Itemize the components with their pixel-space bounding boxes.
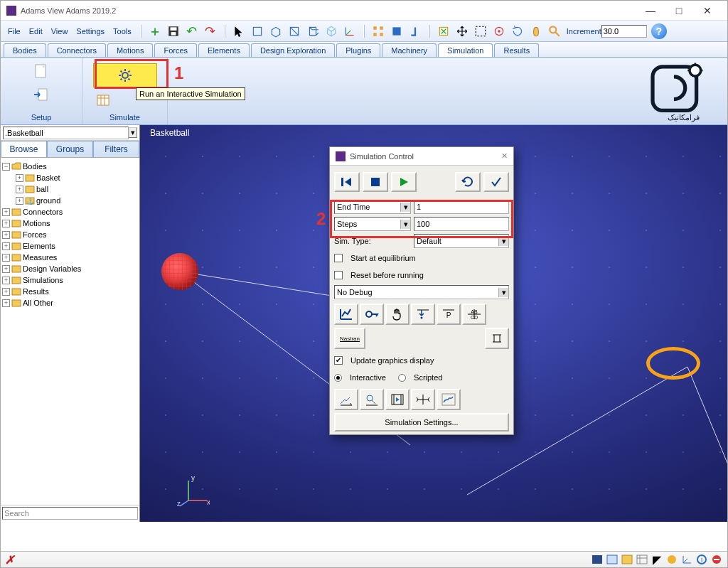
expand-icon[interactable]: + bbox=[2, 288, 10, 296]
close-button[interactable]: ✕ bbox=[693, 1, 722, 21]
view-iso-icon[interactable] bbox=[267, 23, 284, 40]
start-equilibrium-checkbox[interactable] bbox=[334, 254, 343, 262]
menu-file[interactable]: File bbox=[4, 26, 25, 37]
tree-simulations[interactable]: Simulations bbox=[23, 276, 63, 284]
table-icon[interactable] bbox=[97, 95, 109, 106]
tree-bodies[interactable]: Bodies bbox=[23, 162, 47, 171]
menu-settings[interactable]: Settings bbox=[72, 26, 109, 37]
run-simulation-button[interactable] bbox=[93, 63, 157, 87]
fit-icon[interactable] bbox=[435, 23, 452, 40]
tree-all-other[interactable]: All Other bbox=[23, 299, 53, 307]
tree-ball[interactable]: ball bbox=[36, 185, 48, 193]
axis-icon[interactable] bbox=[341, 23, 358, 40]
results-plot-icon[interactable] bbox=[437, 389, 461, 410]
model-selector[interactable] bbox=[3, 127, 129, 139]
tree-design-variables[interactable]: Design Variables bbox=[23, 264, 81, 273]
select-icon[interactable] bbox=[230, 23, 247, 40]
expand-icon[interactable]: + bbox=[2, 254, 10, 262]
rewind-button[interactable] bbox=[334, 172, 360, 192]
menu-view[interactable]: View bbox=[47, 26, 73, 37]
tab-forces[interactable]: Forces bbox=[154, 43, 197, 57]
rotate-icon[interactable] bbox=[509, 23, 526, 40]
center-icon[interactable] bbox=[491, 23, 508, 40]
refresh-button[interactable] bbox=[455, 172, 481, 192]
expand-icon[interactable]: + bbox=[2, 265, 10, 273]
sidebar-tab-browse[interactable]: Browse bbox=[1, 141, 47, 157]
steps-select[interactable]: Steps▾ bbox=[334, 217, 411, 231]
tree-forces[interactable]: Forces bbox=[23, 230, 47, 239]
tree-measures[interactable]: Measures bbox=[23, 253, 57, 262]
stop-button[interactable] bbox=[363, 172, 388, 192]
simulation-settings-button[interactable]: Simulation Settings... bbox=[334, 413, 509, 432]
expand-icon[interactable]: + bbox=[2, 208, 10, 216]
status-icon-3[interactable] bbox=[621, 553, 633, 566]
undo-icon[interactable]: ↶ bbox=[183, 23, 200, 40]
tab-bodies[interactable]: Bodies bbox=[4, 43, 46, 57]
view-back-icon[interactable] bbox=[286, 23, 303, 40]
page-icon[interactable] bbox=[33, 63, 50, 79]
model-tree[interactable]: −Bodies +Basket +ball +⚓ground +Connecto… bbox=[1, 158, 139, 505]
tree-elements[interactable]: Elements bbox=[23, 242, 55, 250]
expand-icon[interactable]: + bbox=[2, 231, 10, 239]
expand-icon[interactable]: − bbox=[2, 163, 10, 171]
view-front-icon[interactable] bbox=[249, 23, 266, 40]
update-graphics-checkbox[interactable]: ✔ bbox=[334, 356, 343, 365]
tab-machinery[interactable]: Machinery bbox=[382, 43, 437, 57]
status-icon-1[interactable] bbox=[591, 553, 604, 566]
tree-connectors[interactable]: Connectors bbox=[23, 208, 63, 216]
pan-icon[interactable] bbox=[528, 23, 545, 40]
redo-icon[interactable]: ↷ bbox=[202, 23, 219, 40]
tool-plot-icon[interactable] bbox=[334, 304, 358, 325]
end-time-input[interactable]: 1 bbox=[414, 200, 509, 214]
expand-icon[interactable]: + bbox=[2, 277, 10, 284]
help-icon[interactable]: ? bbox=[651, 23, 667, 39]
status-info-icon[interactable]: i bbox=[695, 553, 708, 566]
save-icon[interactable] bbox=[165, 23, 182, 40]
tab-motions[interactable]: Motions bbox=[107, 43, 154, 57]
move-icon[interactable] bbox=[454, 23, 471, 40]
tool-measure-icon[interactable] bbox=[485, 328, 509, 349]
expand-icon[interactable]: + bbox=[16, 174, 23, 182]
view-side-icon[interactable] bbox=[304, 23, 321, 40]
search-input[interactable] bbox=[2, 507, 138, 520]
status-axis-icon[interactable] bbox=[680, 553, 693, 566]
expand-icon[interactable]: + bbox=[16, 197, 23, 205]
menu-tools[interactable]: Tools bbox=[109, 26, 136, 37]
tab-simulation[interactable]: Simulation bbox=[438, 43, 493, 57]
maximize-button[interactable]: □ bbox=[665, 1, 693, 21]
interactive-radio[interactable] bbox=[334, 374, 342, 382]
zoom-window-icon[interactable] bbox=[472, 23, 489, 40]
tree-ground[interactable]: ground bbox=[36, 196, 60, 205]
import-icon[interactable] bbox=[33, 87, 50, 102]
status-stop-icon[interactable] bbox=[710, 553, 723, 566]
tool-impact-icon[interactable] bbox=[411, 304, 435, 325]
adjust-icon[interactable] bbox=[411, 389, 435, 410]
zoom-icon[interactable] bbox=[546, 23, 563, 40]
expand-icon[interactable]: + bbox=[16, 186, 23, 193]
save-sim-icon[interactable] bbox=[334, 389, 358, 410]
expand-icon[interactable]: + bbox=[2, 299, 10, 307]
corner-icon[interactable] bbox=[407, 23, 424, 40]
status-flag-icon[interactable]: ◤ bbox=[651, 553, 663, 566]
tree-results[interactable]: Results bbox=[23, 287, 49, 296]
status-icon-4[interactable] bbox=[636, 553, 648, 566]
simulation-control-dialog[interactable]: Simulation Control ✕ En bbox=[329, 146, 514, 435]
sidebar-tab-groups[interactable]: Groups bbox=[47, 141, 93, 157]
sidebar-tab-filters[interactable]: Filters bbox=[93, 141, 139, 157]
tab-design-exploration[interactable]: Design Exploration bbox=[251, 43, 335, 57]
tab-plugins[interactable]: Plugins bbox=[336, 43, 380, 57]
tool-key-icon[interactable] bbox=[360, 304, 384, 325]
status-sphere-icon[interactable] bbox=[665, 553, 678, 566]
dropdown-arrow-icon[interactable]: ▾ bbox=[129, 127, 137, 138]
status-cancel-icon[interactable]: ✗ bbox=[5, 553, 14, 567]
menu-edit[interactable]: Edit bbox=[25, 26, 47, 37]
expand-icon[interactable]: + bbox=[2, 220, 10, 227]
tool-hand-icon[interactable] bbox=[385, 304, 410, 325]
film-icon[interactable] bbox=[385, 389, 410, 410]
increment-input[interactable] bbox=[601, 25, 647, 38]
expand-icon[interactable]: + bbox=[2, 242, 10, 250]
wireframe-icon[interactable] bbox=[323, 23, 340, 40]
tree-motions[interactable]: Motions bbox=[23, 219, 50, 227]
new-icon[interactable]: ＋ bbox=[146, 23, 164, 40]
sim-type-select[interactable]: Default▾ bbox=[414, 234, 509, 248]
